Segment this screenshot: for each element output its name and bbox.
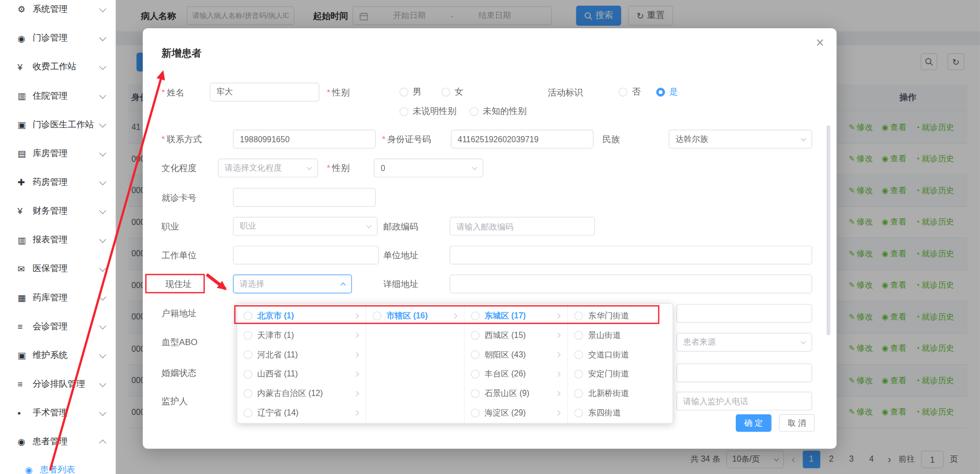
sidebar-item[interactable]: ◉ 门诊管理: [0, 24, 115, 52]
cascader-province-option[interactable]: 山西省 (11): [238, 364, 366, 384]
sidebar-item-icon: ▣: [17, 120, 32, 130]
radio-circle: [575, 408, 583, 417]
sidebar-item[interactable]: ✚ 药房管理: [0, 168, 115, 197]
cascader-street-option[interactable]: 景山街道: [568, 325, 672, 345]
gender-code-select[interactable]: 0: [374, 159, 484, 178]
gender-code-label: *性别: [327, 159, 349, 178]
cascader-district-option[interactable]: 石景山区 (9): [464, 384, 567, 403]
radio-female[interactable]: 女: [441, 83, 463, 102]
card-number-input[interactable]: [233, 188, 376, 207]
cascader-district-column: 东城区 (17) 西城区 (15) 朝阳区 (43) 丰台区 (26) 石景山区…: [464, 304, 568, 423]
cascader-province-option[interactable]: 河北省 (11): [238, 345, 366, 364]
radio-label: 未知的性别: [483, 106, 526, 117]
sidebar-item[interactable]: ▦ 药库管理: [0, 283, 115, 312]
chevron-down-icon: [99, 34, 106, 41]
cascader-option-label: 东四街道: [589, 407, 665, 419]
sidebar-item-label: 患者管理: [32, 436, 100, 447]
radio-active-yes[interactable]: 是: [656, 83, 678, 102]
sidebar-item[interactable]: ▣ 门诊医生工作站: [0, 110, 115, 139]
chevron-down-icon: [99, 91, 106, 99]
chevron-right-icon: [452, 313, 457, 318]
patient-list-icon: ◉: [25, 465, 40, 474]
cascader-province-column: 北京市 (1) 天津市 (1) 河北省 (11) 山西省 (11) 内蒙古自治区…: [238, 304, 367, 423]
postal-code-input[interactable]: [449, 217, 595, 236]
sidebar-item[interactable]: ▣ 维护系统: [0, 341, 115, 370]
marital-right-input[interactable]: [676, 364, 812, 383]
sidebar-item[interactable]: ≡ 分诊排队管理: [0, 370, 115, 399]
unit-address-input[interactable]: [449, 245, 812, 264]
cascader-district-option[interactable]: 丰台区 (26): [464, 364, 567, 384]
sidebar-subitem-label: 患者列表: [40, 464, 75, 474]
cascader-option-label: 丰台区 (26): [485, 368, 552, 380]
cascader-province-option[interactable]: 北京市 (1): [238, 306, 366, 326]
ethnicity-select[interactable]: 达斡尔族: [669, 130, 812, 149]
cascader-street-option[interactable]: 东华门街道: [568, 306, 672, 326]
cascader-option-label: 北京市 (1): [258, 310, 350, 321]
cancel-button[interactable]: 取 消: [779, 414, 815, 432]
sidebar-item-label: 系统管理: [32, 4, 100, 15]
radio-gender-unknown[interactable]: 未知的性别: [469, 102, 526, 121]
cascader-street-option[interactable]: 交道口街道: [568, 345, 672, 364]
sidebar-item[interactable]: ▤ 库房管理: [0, 139, 115, 168]
sidebar-item[interactable]: ¥ 收费工作站: [0, 53, 115, 82]
cascader-province-option[interactable]: 内蒙古自治区 (12): [238, 384, 366, 403]
sidebar-item-label: 财务管理: [32, 205, 100, 217]
sidebar-item-icon: ▤: [17, 148, 32, 159]
chevron-right-icon: [556, 332, 561, 337]
cascader-option-label: 安定门街道: [589, 368, 665, 380]
chevron-right-icon: [354, 313, 359, 318]
radio-gender-unexplained[interactable]: 未说明性别: [400, 102, 457, 121]
occupation-label: 职业: [162, 217, 179, 236]
radio-circle: [244, 389, 252, 397]
sidebar-item-label: 住院管理: [32, 90, 100, 102]
sidebar-item-icon: ≡: [17, 321, 32, 332]
gender-label: *性别: [327, 83, 349, 102]
cascader-street-option[interactable]: 东四街道: [568, 403, 672, 423]
label-text: 性别: [332, 163, 349, 173]
sidebar-item[interactable]: ⚙ 系统管理: [0, 0, 115, 24]
cascader-district-option[interactable]: 海淀区 (29): [464, 403, 567, 423]
sidebar-item[interactable]: ▥ 报表管理: [0, 225, 115, 254]
modal-scrollbar[interactable]: [827, 125, 830, 335]
radio-circle: [441, 88, 450, 97]
sidebar-item[interactable]: ▪ 手术管理: [0, 399, 115, 427]
sidebar-item[interactable]: ▥ 住院管理: [0, 82, 115, 110]
patient-source-select[interactable]: 患者来源: [676, 333, 812, 352]
cascader-province-option[interactable]: 天津市 (1): [238, 325, 366, 345]
select-placeholder: 患者来源: [683, 336, 715, 348]
detail-address-input[interactable]: [449, 275, 812, 294]
sidebar-item-patient-list[interactable]: ◉ 患者列表: [0, 456, 115, 474]
name-input[interactable]: [210, 83, 320, 102]
required-mark: *: [162, 87, 165, 98]
sidebar-item[interactable]: ◉ 患者管理: [0, 427, 115, 456]
confirm-button[interactable]: 确 定: [736, 414, 772, 432]
sidebar-item[interactable]: ¥ 财务管理: [0, 197, 115, 225]
radio-circle: [373, 311, 382, 320]
sidebar-item-label: 分诊排队管理: [32, 378, 100, 390]
label-text: 详细地址: [383, 279, 418, 289]
chevron-right-icon: [354, 391, 359, 396]
sidebar-item-icon: ¥: [17, 62, 32, 72]
radio-active-no[interactable]: 否: [619, 83, 641, 102]
cascader-option-label: 辽宁省 (14): [258, 407, 350, 419]
cascader-district-option[interactable]: 朝阳区 (43): [464, 345, 567, 364]
cascader-street-option[interactable]: 安定门街道: [568, 364, 672, 384]
cascader-province-option[interactable]: 辽宁省 (14): [238, 403, 366, 423]
household-right-input[interactable]: [676, 304, 812, 323]
cascader-street-option[interactable]: 北新桥街道: [568, 384, 672, 403]
cascader-city-option[interactable]: 市辖区 (16): [366, 306, 464, 326]
sidebar-item[interactable]: ≡ 会诊管理: [0, 312, 115, 341]
sidebar-item[interactable]: ✉ 医保管理: [0, 254, 115, 283]
close-icon[interactable]: ×: [816, 36, 824, 50]
work-unit-input[interactable]: [233, 245, 379, 264]
education-select[interactable]: 请选择文化程度: [218, 159, 318, 178]
guardian-phone-input[interactable]: [676, 392, 812, 411]
cascader-district-option[interactable]: 西城区 (15): [464, 325, 567, 345]
name-label: *姓名: [162, 83, 184, 102]
id-number-input[interactable]: [451, 130, 594, 149]
current-address-cascader[interactable]: 请选择: [233, 275, 352, 294]
radio-male[interactable]: 男: [400, 83, 422, 102]
cascader-district-option[interactable]: 东城区 (17): [464, 306, 567, 326]
occupation-select[interactable]: 职业: [233, 217, 378, 236]
contact-input[interactable]: [233, 130, 376, 149]
